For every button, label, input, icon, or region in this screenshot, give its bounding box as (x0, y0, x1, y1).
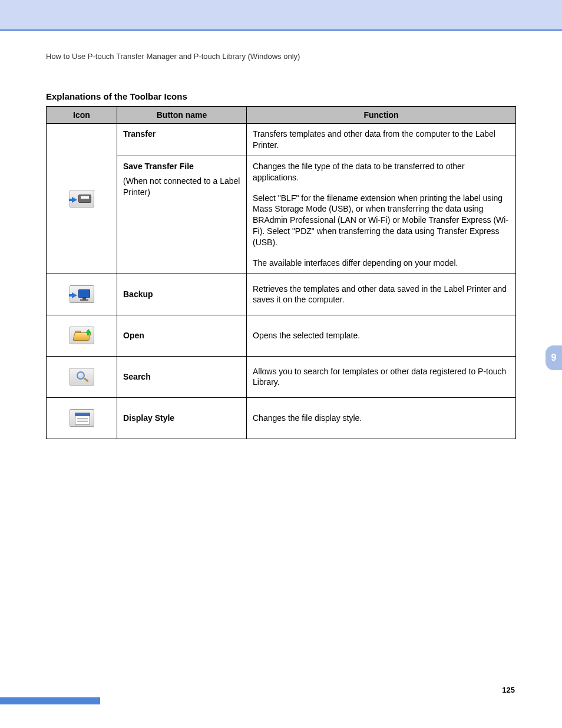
button-name-display: Display Style (117, 397, 247, 439)
th-button-name: Button name (117, 107, 247, 124)
footer-accent-bar (0, 697, 100, 704)
button-name-search: Search (117, 356, 247, 397)
icon-cell-display (47, 397, 117, 439)
icon-cell-open (47, 315, 117, 356)
button-name-open: Open (117, 315, 247, 356)
func-search: Allows you to search for templates or ot… (247, 356, 516, 397)
button-name-backup: Backup (117, 274, 247, 315)
page-number: 125 (502, 686, 515, 694)
func-save-1: Changes the file type of the data to be … (247, 156, 516, 187)
display-style-icon (70, 409, 94, 427)
toolbar-icons-table: Icon Button name Function Transfer Trans… (46, 106, 516, 439)
th-icon: Icon (47, 107, 117, 124)
th-function: Function (247, 107, 516, 124)
func-open: Opens the selected template. (247, 315, 516, 356)
icon-cell-backup (47, 274, 117, 315)
icon-cell-transfer (47, 124, 117, 274)
section-title: Explanations of the Toolbar Icons (46, 91, 516, 101)
func-save-2: Select "BLF" for the filename extension … (247, 188, 516, 253)
header-band (0, 0, 562, 31)
save-note: (When not connected to a Label Printer) (123, 176, 240, 198)
func-display: Changes the file display style. (247, 397, 516, 439)
search-icon (70, 368, 94, 386)
button-name-save: Save Transfer File (When not connected t… (117, 156, 247, 274)
backup-icon (70, 285, 94, 303)
icon-cell-search (47, 356, 117, 397)
button-name-transfer: Transfer (117, 124, 247, 156)
open-folder-icon (70, 327, 94, 344)
func-backup: Retrieves the templates and other data s… (247, 274, 516, 315)
page-content: How to Use P-touch Transfer Manager and … (0, 31, 562, 439)
func-transfer: Transfers templates and other data from … (247, 124, 516, 156)
save-name: Save Transfer File (123, 162, 194, 171)
transfer-icon (70, 190, 94, 207)
breadcrumb: How to Use P-touch Transfer Manager and … (46, 52, 516, 61)
func-save-3: The available interfaces differ dependin… (247, 253, 516, 274)
chapter-side-tab[interactable]: 9 (546, 345, 562, 370)
